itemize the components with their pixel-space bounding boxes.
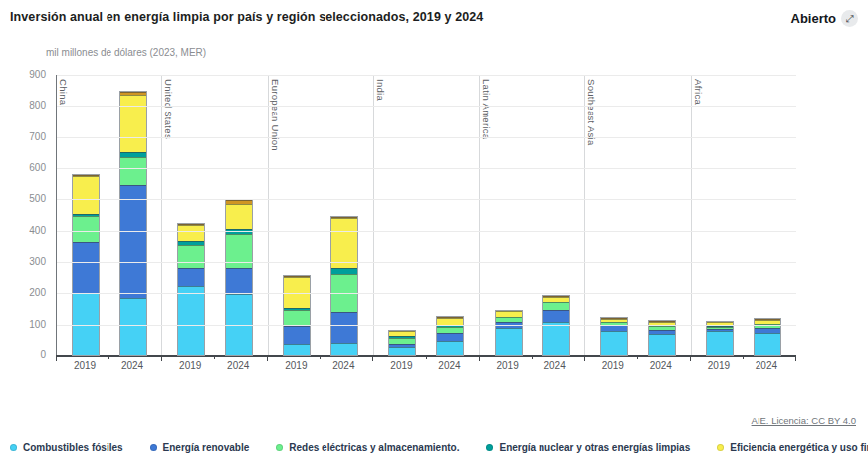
x-axis-mid-tick	[320, 355, 321, 359]
open-button-label: Abierto	[791, 11, 837, 26]
group-european-union: European Union	[268, 75, 373, 355]
stacked-bar-china-2019	[73, 175, 99, 355]
stacked-bar-european-union-2024	[331, 217, 357, 355]
gridline-100	[57, 325, 796, 326]
gridline-300	[57, 262, 796, 263]
group-china: China	[57, 75, 161, 355]
year-label-group: 20192024	[690, 360, 795, 371]
y-tick-label-200: 200	[12, 287, 46, 298]
efficiency-legend-dot-icon	[717, 444, 724, 451]
stacked-bar-china-2024	[120, 92, 146, 355]
legend-item-renewable[interactable]: Energía renovable	[150, 442, 250, 453]
year-label-group: 20192024	[479, 360, 584, 371]
x-tick-label-2019: 2019	[279, 360, 313, 371]
x-axis-mid-tick	[637, 355, 638, 359]
segment-efficiency	[120, 95, 146, 152]
x-tick-label-2019: 2019	[702, 360, 736, 371]
gridline-900	[57, 75, 796, 76]
bars	[374, 75, 479, 355]
x-tick-label-2024: 2024	[644, 360, 678, 371]
fossil-legend-dot-icon	[10, 444, 17, 451]
open-button[interactable]: Abierto ⤢	[791, 10, 859, 27]
stacked-bar-india-2024	[437, 317, 463, 355]
x-axis-boundary-tick	[795, 355, 796, 361]
segment-grids	[178, 245, 204, 268]
header: Inversión anual en energía limpia por pa…	[10, 10, 858, 27]
expand-icon: ⤢	[841, 10, 858, 27]
segment-efficiency	[226, 204, 252, 229]
gridline-600	[57, 168, 796, 169]
x-axis-mid-tick	[108, 355, 109, 359]
segment-renewable	[226, 268, 252, 294]
group-india: India	[373, 75, 479, 355]
segment-fossil	[649, 334, 675, 355]
stacked-bar-latin-america-2019	[496, 311, 522, 355]
legend-label: Redes eléctricas y almacenamiento.	[289, 442, 459, 453]
bars	[585, 75, 690, 355]
y-axis-unit-label: mil millones de dólares (2023, MER)	[46, 47, 206, 58]
gridline-200	[57, 293, 796, 294]
segment-grids	[120, 157, 146, 185]
segment-fossil	[437, 341, 463, 355]
segment-fossil	[543, 322, 569, 355]
segment-grids	[73, 216, 99, 242]
legend-item-fossil[interactable]: Combustibles fósiles	[10, 442, 123, 453]
stacked-bar-southeast-asia-2024	[649, 321, 675, 355]
gridline-700	[57, 137, 796, 138]
segment-fossil	[601, 331, 627, 355]
stacked-bar-united-states-2024	[226, 200, 252, 355]
plot-area: ChinaUnited StatesEuropean UnionIndiaLat…	[56, 75, 796, 357]
legend-label: Eficiencia energética y uso final	[730, 442, 868, 453]
x-axis-mid-tick	[743, 355, 744, 359]
bars	[480, 75, 584, 355]
legend-item-nuclear[interactable]: Energía nuclear y otras energías limpias	[486, 442, 690, 453]
segment-fossil	[496, 328, 522, 355]
nuclear-legend-dot-icon	[486, 444, 493, 451]
source-license-link[interactable]: AIE. Licencia: CC BY 4.0	[752, 415, 856, 426]
segment-fossil	[120, 298, 146, 355]
bars	[162, 75, 267, 355]
x-tick-label-2024: 2024	[432, 360, 466, 371]
segment-efficiency	[73, 176, 99, 214]
group-africa: Africa	[691, 75, 796, 355]
x-axis-mid-tick	[426, 355, 427, 359]
chart-title: Inversión anual en energía limpia por pa…	[10, 10, 483, 24]
group-latin-america: Latin America	[479, 75, 584, 355]
x-tick-label-2024: 2024	[115, 360, 149, 371]
segment-renewable	[178, 268, 204, 286]
stacked-bar-latin-america-2024	[543, 296, 569, 355]
y-tick-label-900: 900	[12, 69, 46, 80]
x-axis-year-labels: 2019202420192024201920242019202420192024…	[56, 360, 795, 371]
segment-renewable	[120, 185, 146, 298]
grids-legend-dot-icon	[276, 444, 283, 451]
x-tick-label-2019: 2019	[491, 360, 525, 371]
x-tick-label-2024: 2024	[539, 360, 572, 371]
group-united-states: United States	[161, 75, 267, 355]
legend-label: Energía renovable	[163, 442, 250, 453]
gridline-400	[57, 231, 796, 232]
x-tick-label-2019: 2019	[68, 360, 102, 371]
x-tick-label-2019: 2019	[596, 360, 630, 371]
segment-renewable	[437, 333, 463, 341]
year-label-group: 20192024	[267, 360, 372, 371]
y-tick-label-800: 800	[12, 100, 46, 111]
renewable-legend-dot-icon	[150, 444, 157, 451]
x-tick-label-2019: 2019	[173, 360, 207, 371]
segment-efficiency	[331, 218, 357, 268]
segment-renewable	[73, 242, 99, 293]
segment-fossil	[389, 347, 415, 355]
segment-fossil	[331, 343, 357, 355]
y-tick-label-300: 300	[12, 256, 46, 267]
bars	[269, 75, 373, 355]
year-label-group: 20192024	[56, 360, 161, 371]
segment-efficiency	[178, 225, 204, 241]
year-label-group: 20192024	[584, 360, 690, 371]
segment-renewable	[284, 326, 310, 344]
legend-item-grids[interactable]: Redes eléctricas y almacenamiento.	[276, 442, 459, 453]
legend-item-efficiency[interactable]: Eficiencia energética y uso final	[717, 442, 868, 453]
stacked-bar-india-2019	[389, 331, 415, 355]
legend: Combustibles fósilesEnergía renovableRed…	[10, 442, 864, 453]
y-tick-label-700: 700	[12, 131, 46, 142]
legend-label: Combustibles fósiles	[23, 442, 123, 453]
x-tick-label-2024: 2024	[750, 360, 783, 371]
